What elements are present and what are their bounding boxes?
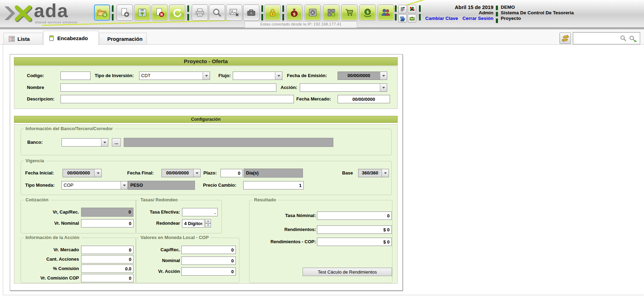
svg-text:$: $ xyxy=(366,9,369,14)
base-select[interactable]: 360/360 xyxy=(358,169,389,177)
tools-button[interactable] xyxy=(243,5,259,21)
vr-accion-input[interactable] xyxy=(181,267,236,276)
tab-label: Encabezado xyxy=(57,35,88,41)
session-separator xyxy=(496,6,498,23)
save-button[interactable] xyxy=(134,5,150,21)
toolbar-separator xyxy=(282,5,284,21)
tipo-inversion-label: Tipo de Inversión: xyxy=(95,72,134,80)
safe-button[interactable] xyxy=(305,5,321,21)
redondear-spinner[interactable]: ▲▼ xyxy=(182,219,211,228)
vr-comision-cop-label: Vr. Comisión COP xyxy=(22,274,79,282)
vr-nominal-input[interactable] xyxy=(81,219,133,228)
tipo-moneda-select[interactable]: COP xyxy=(61,181,128,189)
cassette-small-button[interactable] xyxy=(408,14,416,23)
cart-button[interactable] xyxy=(341,5,357,21)
company-name: DEMO xyxy=(501,5,574,10)
fecha-final-select[interactable]: 00/00/0000 xyxy=(161,169,201,177)
nombre-label: Nombre xyxy=(27,83,44,92)
fecha-inicial-select[interactable]: 00/00/0000 xyxy=(63,169,102,177)
rendimientos-cop-input[interactable] xyxy=(317,238,392,246)
chevron-down-icon xyxy=(121,181,128,189)
header-fields-area: Codigo: Tipo de Inversión: CDT Flujo: Fe… xyxy=(14,66,398,109)
search-icon xyxy=(212,7,222,18)
spin-up-icon[interactable]: ▲ xyxy=(205,219,211,223)
test-calculo-button[interactable]: Test Cáculo de Rendimientos xyxy=(303,268,392,276)
report-small-button[interactable] xyxy=(398,5,407,13)
search-input[interactable] xyxy=(574,33,624,44)
folder-open-icon xyxy=(97,7,107,18)
precio-cambio-label: Precio Cambio: xyxy=(203,181,236,189)
tipo-inversion-select[interactable]: CDT xyxy=(139,72,210,80)
search-next-icon[interactable] xyxy=(629,35,637,42)
descripcion-input[interactable] xyxy=(60,95,294,103)
brand-tagline: shared services solutions xyxy=(35,20,78,24)
vr-comision-cop-input[interactable] xyxy=(81,274,133,282)
precio-cambio-input[interactable] xyxy=(243,181,304,189)
plazo-input[interactable] xyxy=(220,169,243,177)
vr-mercado-input[interactable] xyxy=(81,246,133,254)
redondear-label: Redondear xyxy=(137,219,180,228)
new-record-button[interactable] xyxy=(117,5,133,21)
info-accion-fieldset: Información de la Acción Vr. Mercado Can… xyxy=(21,238,136,283)
fecha-final-label: Fecha Final: xyxy=(127,169,154,177)
toolbar-separator xyxy=(187,5,189,21)
safe-icon xyxy=(307,7,318,18)
fecha-mercado-input[interactable] xyxy=(338,95,390,103)
users-button[interactable] xyxy=(378,5,394,21)
vr-cap-rec-field: 0 xyxy=(81,208,133,217)
cant-acciones-input[interactable] xyxy=(81,255,133,263)
rendimientos-input[interactable] xyxy=(317,225,392,234)
chevron-down-icon xyxy=(101,139,108,146)
lock-button[interactable] xyxy=(265,5,281,21)
connection-status: Estas conectado desde la IP: 192.168.177… xyxy=(245,21,357,28)
accion-select[interactable] xyxy=(300,83,387,92)
tab-label: Programación xyxy=(107,36,143,42)
export-image-button[interactable] xyxy=(226,5,242,21)
spinner-buttons[interactable]: ▲▼ xyxy=(205,219,211,228)
banco-select[interactable] xyxy=(61,138,108,147)
windows-small-button[interactable] xyxy=(398,14,407,23)
logout-link[interactable]: Cerrar Sesión xyxy=(462,16,493,21)
tab-encabezado[interactable]: Encabezado xyxy=(43,31,99,45)
investment-button[interactable]: $ xyxy=(360,5,376,21)
refresh-button[interactable] xyxy=(559,32,571,44)
flujo-select[interactable] xyxy=(233,72,282,80)
new-document-icon xyxy=(120,7,130,18)
print-button[interactable] xyxy=(192,5,208,21)
money-bag-button[interactable]: $ xyxy=(286,5,302,21)
search-icon[interactable] xyxy=(620,35,627,42)
module-name: Proyecto xyxy=(501,16,574,21)
redondear-input[interactable] xyxy=(182,219,204,228)
nombre-input[interactable] xyxy=(60,83,276,92)
nominal-label: Nominal xyxy=(137,256,180,265)
tab-programacion[interactable]: Programación xyxy=(99,33,147,45)
cap-rec-input[interactable] xyxy=(181,246,236,254)
open-folder-button[interactable] xyxy=(94,5,110,21)
nominal-input[interactable] xyxy=(181,256,236,265)
codigo-label: Codigo: xyxy=(27,72,44,80)
pixel-small-button[interactable] xyxy=(408,5,416,13)
chevron-down-icon xyxy=(193,169,200,177)
spin-down-icon[interactable]: ▼ xyxy=(205,223,211,228)
delete-icon xyxy=(154,7,165,18)
undo-button[interactable] xyxy=(169,5,185,21)
briefcase-icon xyxy=(246,7,256,18)
codigo-input[interactable] xyxy=(60,72,91,80)
fecha-emision-select[interactable]: 00/00/0000 xyxy=(338,72,387,80)
proyecto-oferta-panel: Proyecto - Oferta Codigo: Tipo de Invers… xyxy=(10,54,403,291)
undo-icon xyxy=(172,7,182,18)
base-label: Base xyxy=(342,169,353,177)
preview-button[interactable] xyxy=(209,5,225,21)
tab-lista[interactable]: Lista xyxy=(3,33,43,45)
modules-button[interactable] xyxy=(323,5,339,21)
tasa-nominal-input[interactable] xyxy=(317,211,392,220)
change-password-link[interactable]: Cambiar Clave xyxy=(425,16,458,21)
comision-input[interactable] xyxy=(81,265,133,273)
tasa-efectiva-input[interactable] xyxy=(182,208,218,216)
banco-browse-button[interactable]: ... xyxy=(112,138,121,147)
pixel-art-icon xyxy=(409,6,415,12)
session-date: Abril 15 de 2019 xyxy=(418,5,493,10)
cant-acciones-label: Cant. Acciones xyxy=(22,255,79,263)
delete-button[interactable] xyxy=(152,5,168,21)
toolbar-separator xyxy=(112,5,114,21)
